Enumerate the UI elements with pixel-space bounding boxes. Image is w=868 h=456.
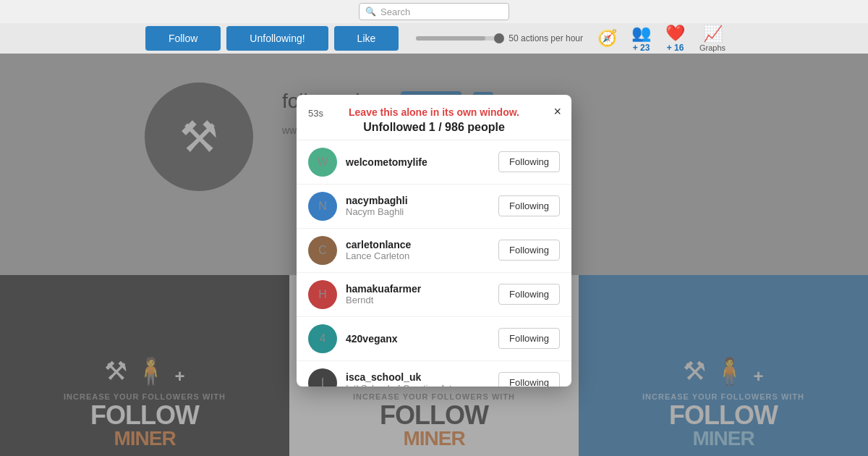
action-bar: Follow Unfollowing! Like 50 actions per … [0, 23, 868, 54]
following-button[interactable]: Following [498, 372, 560, 387]
followers-icon: 👥 [631, 24, 651, 43]
user-display-name: Lance Carleton [346, 250, 490, 261]
likes-count: + 16 [667, 43, 684, 53]
rate-slider[interactable] [416, 36, 503, 41]
graphs-label: Graphs [699, 43, 726, 52]
like-button[interactable]: Like [334, 26, 399, 51]
stats-section: 🧭 👥 + 23 ❤️ + 16 📈 Graphs [597, 24, 726, 53]
modal-warning: Leave this alone in its own window. [308, 106, 560, 118]
user-handle: isca_school_uk [346, 371, 490, 383]
user-list: WwelcometomylifeFollowingNnacymbaghliNac… [297, 140, 571, 387]
user-display-name: Intl School of Creative Arts [346, 383, 490, 387]
user-handle: carletonlance [346, 239, 490, 250]
search-placeholder: Search [380, 7, 410, 17]
top-bar: 🔍 Search [0, 0, 868, 23]
user-item: 4420veganxFollowing [297, 317, 571, 361]
user-item: Iisca_school_ukIntl School of Creative A… [297, 361, 571, 387]
user-avatar: H [308, 280, 337, 309]
rate-section: 50 actions per hour [416, 33, 583, 43]
compass-icon: 🧭 [597, 29, 617, 48]
user-avatar: I [308, 368, 337, 387]
unfollow-button[interactable]: Unfollowing! [226, 26, 328, 51]
modal-close-button[interactable]: × [553, 105, 561, 118]
rate-slider-thumb [494, 33, 504, 43]
search-box[interactable]: 🔍 Search [359, 3, 509, 20]
user-item: HhamakuafarmerBerndtFollowing [297, 273, 571, 317]
rate-slider-fill [416, 36, 485, 41]
user-handle: hamakuafarmer [346, 283, 490, 295]
user-info: nacymbaghliNacym Baghli [346, 195, 490, 217]
followers-stat[interactable]: 👥 + 23 [631, 24, 651, 53]
following-button[interactable]: Following [498, 284, 560, 305]
search-icon: 🔍 [365, 7, 376, 17]
user-item: CcarletonlanceLance CarletonFollowing [297, 229, 571, 273]
modal-overlay: 53s Leave this alone in its own window. … [0, 54, 868, 456]
unfollow-modal: 53s Leave this alone in its own window. … [297, 95, 571, 387]
modal-title: Unfollowed 1 / 986 people [308, 121, 560, 134]
following-button[interactable]: Following [498, 151, 560, 172]
following-button[interactable]: Following [498, 328, 560, 349]
user-handle: nacymbaghli [346, 195, 490, 206]
graphs-icon: 📈 [703, 25, 723, 43]
compass-nav[interactable]: 🧭 [597, 29, 617, 48]
user-info: 420veganx [346, 333, 490, 345]
follow-button[interactable]: Follow [145, 26, 221, 51]
user-item: NnacymbaghliNacym BaghliFollowing [297, 185, 571, 229]
heart-icon: ❤️ [665, 24, 685, 43]
modal-timer: 53s [308, 108, 323, 119]
rate-text: 50 actions per hour [509, 33, 583, 43]
user-display-name: Berndt [346, 295, 490, 305]
user-avatar: 4 [308, 324, 337, 353]
user-info: isca_school_ukIntl School of Creative Ar… [346, 371, 490, 387]
user-info: hamakuafarmerBerndt [346, 283, 490, 305]
user-avatar: C [308, 236, 337, 265]
user-avatar: W [308, 148, 337, 177]
following-button[interactable]: Following [498, 195, 560, 216]
following-button[interactable]: Following [498, 240, 560, 261]
likes-stat[interactable]: ❤️ + 16 [665, 24, 685, 53]
graphs-stat[interactable]: 📈 Graphs [699, 25, 726, 52]
user-avatar: N [308, 192, 337, 221]
user-handle: welcometomylife [346, 156, 490, 168]
followers-count: + 23 [633, 43, 650, 53]
user-display-name: Nacym Baghli [346, 206, 490, 217]
user-item: WwelcometomylifeFollowing [297, 140, 571, 185]
user-handle: 420veganx [346, 333, 490, 345]
user-info: carletonlanceLance Carleton [346, 239, 490, 261]
user-info: welcometomylife [346, 156, 490, 168]
modal-header: 53s Leave this alone in its own window. … [297, 95, 571, 140]
